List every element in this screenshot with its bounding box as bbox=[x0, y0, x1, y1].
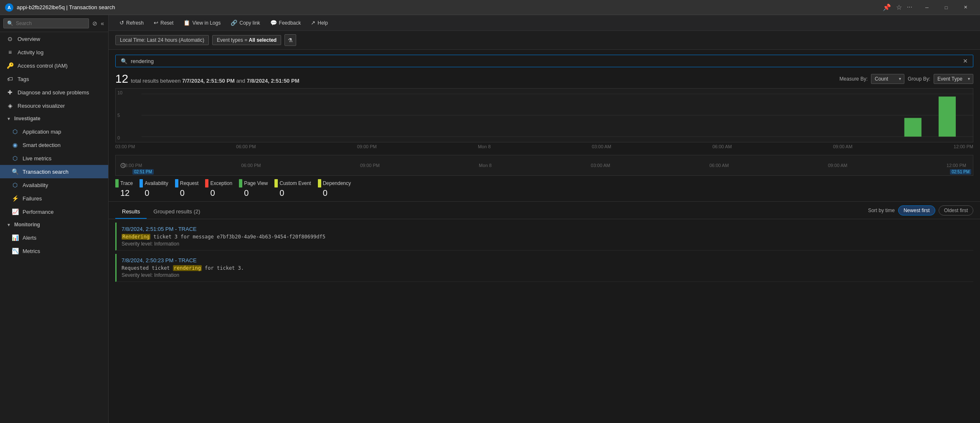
feedback-icon: 💬 bbox=[270, 20, 277, 26]
funnel-icon: ⚗ bbox=[288, 37, 293, 43]
sidebar-item-activity-log[interactable]: ≡ Activity log bbox=[0, 46, 108, 59]
result-item-2[interactable]: 7/8/2024, 2:50:23 PM - TRACE Requested t… bbox=[115, 254, 973, 282]
event-type-exception: Exception 0 bbox=[205, 179, 232, 198]
reset-icon: ↩ bbox=[154, 20, 158, 26]
search-area: 🔍 ✕ bbox=[109, 50, 980, 67]
maximize-button[interactable]: □ bbox=[937, 0, 956, 15]
overview-icon: ⊙ bbox=[7, 35, 13, 42]
oldest-first-button[interactable]: Oldest first bbox=[939, 205, 973, 215]
failures-icon: ⚡ bbox=[12, 195, 18, 202]
sidebar-search-input[interactable] bbox=[16, 20, 85, 26]
activity-log-icon: ≡ bbox=[7, 49, 13, 56]
feedback-button[interactable]: 💬 Feedback bbox=[266, 18, 305, 28]
sidebar-top: 🔍 ⊘ « bbox=[0, 15, 108, 32]
custom-event-label: Custom Event bbox=[279, 180, 311, 186]
time-label: 06:00 AM bbox=[712, 144, 731, 149]
measure-by-label: Measure By: bbox=[840, 76, 868, 82]
time-range-filter[interactable]: Local Time: Last 24 hours (Automatic) bbox=[115, 35, 209, 45]
scrubber-left-time: 02:51 PM bbox=[132, 169, 154, 175]
exception-dot bbox=[205, 179, 208, 187]
sidebar-item-diagnose[interactable]: ✚ Diagnose and solve problems bbox=[0, 86, 108, 99]
results-tabs: Results Grouped results (2) Sort by time… bbox=[109, 202, 980, 219]
sidebar-item-resource-visualizer[interactable]: ◈ Resource visualizer bbox=[0, 99, 108, 112]
diagnose-icon: ✚ bbox=[7, 89, 13, 96]
group-by-label: Group By: bbox=[908, 76, 930, 82]
chart-area: 10 5 0 03:00 PM 06:00 PM 09:00 PM bbox=[109, 88, 980, 155]
timeline-scrubber[interactable]: ⊙ 03:00 PM 06:00 PM 09:00 PM Mon 8 03:00… bbox=[115, 155, 973, 176]
sidebar-expand-icon[interactable]: ⊘ bbox=[91, 19, 98, 28]
sidebar-collapse-icon[interactable]: « bbox=[100, 19, 105, 28]
star-icon[interactable]: ☆ bbox=[896, 3, 902, 11]
event-types-filter[interactable]: Event types = All selected bbox=[212, 35, 281, 45]
result-header-2: 7/8/2024, 2:50:23 PM - TRACE bbox=[122, 257, 973, 263]
sidebar-item-label: Smart detection bbox=[23, 142, 61, 148]
sidebar-item-label: Application map bbox=[23, 129, 61, 135]
help-button[interactable]: ↗ Help bbox=[307, 18, 332, 28]
performance-icon: 📈 bbox=[12, 208, 18, 215]
result-body-2: Requested ticket rendering for ticket 3. bbox=[122, 265, 973, 271]
event-types: Trace 12 Availability 0 Request 0 bbox=[109, 176, 980, 202]
view-in-logs-button[interactable]: 📋 View in Logs bbox=[179, 18, 225, 28]
sidebar-item-application-map[interactable]: ⬡ Application map bbox=[0, 125, 108, 138]
request-count: 0 bbox=[180, 188, 199, 198]
refresh-button[interactable]: ↺ Refresh bbox=[115, 18, 148, 28]
scrubber-time-label: 12:00 PM bbox=[947, 163, 966, 168]
minimize-button[interactable]: ─ bbox=[917, 0, 937, 15]
transaction-search-icon: 🔍 bbox=[12, 168, 18, 175]
tabs-left: Results Grouped results (2) bbox=[115, 205, 207, 219]
chevron-down-icon: ▼ bbox=[7, 117, 11, 121]
custom-event-count: 0 bbox=[279, 188, 311, 198]
exception-label: Exception bbox=[210, 180, 232, 186]
app-container: 🔍 ⊘ « ⊙ Overview ≡ Activity log 🔑 Access… bbox=[0, 15, 980, 423]
time-label: 09:00 PM bbox=[357, 144, 377, 149]
event-type-trace: Trace 12 bbox=[115, 179, 133, 198]
sidebar-item-performance[interactable]: 📈 Performance bbox=[0, 205, 108, 218]
sidebar-item-smart-detection[interactable]: ◉ Smart detection bbox=[0, 138, 108, 152]
metrics-icon: 📉 bbox=[12, 248, 18, 254]
pin-icon[interactable]: 📌 bbox=[883, 3, 891, 11]
sidebar-item-failures[interactable]: ⚡ Failures bbox=[0, 192, 108, 205]
sidebar-item-access-control[interactable]: 🔑 Access control (IAM) bbox=[0, 59, 108, 72]
reset-button[interactable]: ↩ Reset bbox=[150, 18, 178, 28]
filter-bar: Local Time: Last 24 hours (Automatic) Ev… bbox=[109, 31, 980, 50]
result-body-1: Rendering ticket 3 for message e7bf3b20-… bbox=[122, 234, 973, 240]
close-button[interactable]: ✕ bbox=[956, 0, 975, 15]
sidebar-item-overview[interactable]: ⊙ Overview bbox=[0, 32, 108, 46]
result-item-1[interactable]: 7/8/2024, 2:51:05 PM - TRACE Rendering t… bbox=[115, 223, 973, 251]
investigate-section-header[interactable]: ▼ Investigate bbox=[0, 112, 108, 125]
search-magnify-icon: 🔍 bbox=[121, 58, 127, 64]
sidebar-item-alerts[interactable]: 📊 Alerts bbox=[0, 231, 108, 244]
sidebar-item-label: Access control (IAM) bbox=[18, 63, 68, 69]
help-icon: ↗ bbox=[311, 20, 315, 26]
time-range-label: Local Time: Last 24 hours (Automatic) bbox=[120, 37, 204, 43]
sidebar-item-availability[interactable]: ⬡ Availability bbox=[0, 178, 108, 192]
more-icon[interactable]: ··· bbox=[907, 3, 912, 11]
time-label: 03:00 AM bbox=[592, 144, 611, 149]
newest-first-button[interactable]: Newest first bbox=[898, 205, 935, 215]
sidebar-item-tags[interactable]: 🏷 Tags bbox=[0, 72, 108, 86]
time-label: 03:00 PM bbox=[115, 144, 135, 149]
svg-rect-3 bbox=[904, 118, 922, 137]
time-label: 06:00 PM bbox=[236, 144, 256, 149]
scrubber-time-label: Mon 8 bbox=[479, 163, 492, 168]
sidebar-item-live-metrics[interactable]: ⬡ Live metrics bbox=[0, 152, 108, 165]
measure-by-select[interactable]: Count bbox=[871, 74, 904, 84]
sidebar-search-box[interactable]: 🔍 bbox=[3, 18, 89, 28]
copy-link-icon: 🔗 bbox=[231, 20, 237, 26]
tab-grouped-results[interactable]: Grouped results (2) bbox=[147, 205, 207, 219]
dependency-dot bbox=[318, 179, 321, 187]
monitoring-section-header[interactable]: ▼ Monitoring bbox=[0, 218, 108, 231]
tab-results[interactable]: Results bbox=[115, 205, 147, 219]
time-label: 12:00 PM bbox=[954, 144, 973, 149]
group-by-select[interactable]: Event Type bbox=[934, 74, 973, 84]
availability-label: Availability bbox=[145, 180, 168, 186]
total-count: 12 bbox=[115, 72, 128, 86]
access-control-icon: 🔑 bbox=[7, 62, 13, 69]
add-filter-button[interactable]: ⚗ bbox=[284, 34, 296, 46]
copy-link-button[interactable]: 🔗 Copy link bbox=[226, 18, 264, 28]
search-input[interactable] bbox=[131, 58, 960, 64]
sidebar-item-transaction-search[interactable]: 🔍 Transaction search bbox=[0, 165, 108, 178]
sidebar-item-metrics[interactable]: 📉 Metrics bbox=[0, 244, 108, 258]
search-icon: 🔍 bbox=[7, 20, 13, 26]
search-clear-button[interactable]: ✕ bbox=[963, 58, 968, 64]
